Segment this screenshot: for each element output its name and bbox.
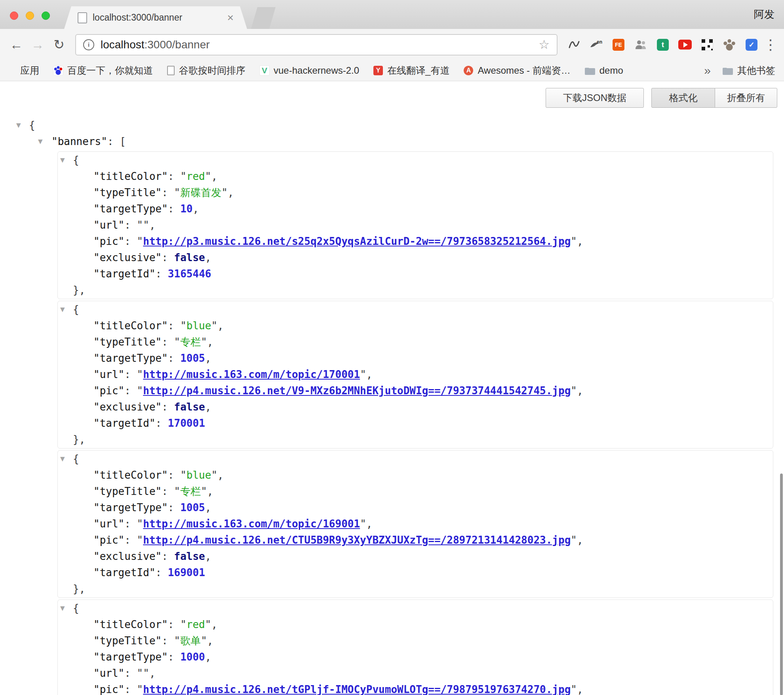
json-punctuation: ,: [205, 401, 211, 413]
json-key: "titleColor": [93, 170, 168, 182]
bookmark-item[interactable]: 应用: [6, 64, 39, 77]
json-punctuation: :: [124, 235, 137, 247]
translate-en-icon[interactable]: en: [585, 34, 607, 55]
json-punctuation: },: [73, 583, 85, 595]
json-url-link[interactable]: http://p4.music.126.net/CTU5B9R9y3XyYBZX…: [143, 534, 571, 546]
json-punctuation: ": [201, 336, 207, 348]
json-punctuation: :: [156, 567, 168, 579]
json-punctuation: {: [73, 602, 79, 614]
green-t-icon[interactable]: t: [652, 34, 674, 55]
json-punctuation: :: [162, 401, 174, 413]
json-string-value: red: [186, 170, 205, 182]
bookmarks-overflow-icon[interactable]: »: [704, 64, 711, 77]
other-bookmarks-folder[interactable]: 其他书签: [723, 64, 775, 77]
address-bar[interactable]: i localhost:3000/banner ☆: [75, 34, 558, 55]
json-punctuation: ": [180, 469, 186, 481]
browser-tab[interactable]: localhost:3000/banner ×: [64, 6, 247, 29]
youtube-icon[interactable]: [674, 34, 696, 55]
json-punctuation: {: [73, 453, 79, 465]
format-button[interactable]: 格式化: [651, 88, 715, 108]
json-line: "exclusive": false,: [58, 250, 773, 266]
download-json-button[interactable]: 下载JSON数据: [546, 88, 644, 108]
json-punctuation: :: [168, 170, 180, 182]
json-punctuation: ,: [205, 502, 211, 514]
json-punctuation: ": [201, 635, 207, 647]
json-punctuation: ": [137, 684, 143, 695]
collapse-toggle-icon[interactable]: ▼: [60, 451, 65, 467]
json-punctuation: ": [571, 534, 577, 546]
fe-icon[interactable]: FE: [607, 34, 630, 55]
json-punctuation: :: [168, 651, 180, 663]
json-line: "targetType": 10,: [58, 201, 773, 217]
bookmark-item[interactable]: demo: [585, 65, 623, 76]
forward-button[interactable]: →: [27, 34, 48, 55]
tab-close-icon[interactable]: ×: [227, 12, 234, 23]
folder-icon: [585, 68, 595, 75]
json-punctuation: ,: [366, 518, 373, 530]
qr-code-icon[interactable]: [696, 34, 718, 55]
bookmark-item[interactable]: 百度一下，你就知道: [53, 64, 153, 77]
json-number-value: 169001: [168, 567, 205, 579]
collapse-toggle-icon[interactable]: ▼: [60, 302, 65, 318]
bookmarks-bar: 应用百度一下，你就知道谷歌按时间排序Vvue-hackernews-2.0Y在线…: [0, 60, 784, 81]
new-tab-button[interactable]: [251, 7, 276, 29]
bookmark-star-icon[interactable]: ☆: [539, 37, 550, 52]
json-punctuation: ": [211, 469, 217, 481]
bookmark-item[interactable]: AAwesomes - 前端资…: [464, 64, 570, 77]
collapse-toggle-icon[interactable]: ▼: [38, 134, 43, 150]
pen-squiggle-icon[interactable]: [563, 34, 585, 55]
page-info-icon[interactable]: i: [83, 39, 94, 50]
json-line: "url": "http://music.163.com/m/topic/169…: [58, 516, 773, 532]
bookmark-item[interactable]: Vvue-hackernews-2.0: [260, 65, 359, 76]
back-button[interactable]: ←: [6, 34, 27, 55]
json-punctuation: :: [124, 385, 137, 397]
collapse-toggle-icon[interactable]: ▼: [60, 600, 65, 617]
json-punctuation: :: [124, 684, 137, 695]
apps-grid-icon: [6, 66, 16, 75]
check-badge-icon[interactable]: ✓: [740, 34, 763, 55]
check-badge-icon-art: ✓: [746, 39, 757, 51]
json-key: "targetType": [93, 203, 168, 215]
reload-button[interactable]: ↻: [48, 34, 70, 55]
json-line: ▼"banners": [: [0, 134, 784, 150]
json-url-link[interactable]: http://p3.music.126.net/s25q2x5QyqsAzilC…: [143, 235, 571, 247]
json-punctuation: ": [360, 518, 366, 530]
json-line: ▼{: [58, 600, 773, 617]
json-punctuation: ": [571, 684, 577, 695]
people-icon[interactable]: [630, 34, 652, 55]
json-line: },: [58, 282, 773, 298]
json-url-link[interactable]: http://p4.music.126.net/tGPljf-IMOCyPvum…: [143, 684, 571, 695]
scrollbar-thumb[interactable]: [780, 474, 783, 695]
browser-menu-icon[interactable]: ⋮: [763, 36, 778, 53]
window-minimize-button[interactable]: [26, 11, 34, 20]
collapse-toggle-icon[interactable]: ▼: [16, 117, 21, 134]
svg-text:en: en: [597, 39, 602, 45]
json-punctuation: ": [360, 369, 366, 380]
collapse-all-button[interactable]: 折叠所有: [715, 88, 777, 108]
json-string-value: 专栏: [180, 485, 201, 497]
json-punctuation: ,: [228, 187, 234, 199]
collapse-toggle-icon[interactable]: ▼: [60, 152, 65, 168]
json-string-value: 新碟首发: [180, 187, 221, 199]
json-tree: ▼{▼"banners": [▼{"titleColor": "red","ty…: [0, 117, 784, 695]
json-key: "targetType": [93, 651, 168, 663]
window-zoom-button[interactable]: [42, 11, 50, 20]
json-url-link[interactable]: http://p4.music.126.net/V9-MXz6b2MNhEKju…: [143, 385, 571, 397]
json-url-link[interactable]: http://music.163.com/m/topic/169001: [143, 518, 360, 530]
window-close-button[interactable]: [10, 11, 18, 20]
json-punctuation: ,: [217, 320, 224, 332]
json-punctuation: :: [156, 268, 168, 280]
json-key: "pic": [93, 534, 124, 546]
json-key: "banners": [51, 136, 107, 147]
json-punctuation: :: [162, 187, 174, 199]
bookmark-label: vue-hackernews-2.0: [274, 65, 359, 76]
bookmark-item[interactable]: 谷歌按时间排序: [167, 64, 245, 77]
bookmark-item[interactable]: Y在线翻译_有道: [373, 64, 449, 77]
json-object-card: ▼{"titleColor": "red","typeTitle": "新碟首发…: [57, 151, 773, 299]
json-line: "url": "",: [58, 217, 773, 233]
json-punctuation: ": [137, 369, 143, 380]
paw-icon[interactable]: [718, 34, 740, 55]
json-number-value: 1000: [180, 651, 205, 663]
profile-name[interactable]: 阿发: [754, 0, 774, 29]
json-url-link[interactable]: http://music.163.com/m/topic/170001: [143, 369, 360, 380]
